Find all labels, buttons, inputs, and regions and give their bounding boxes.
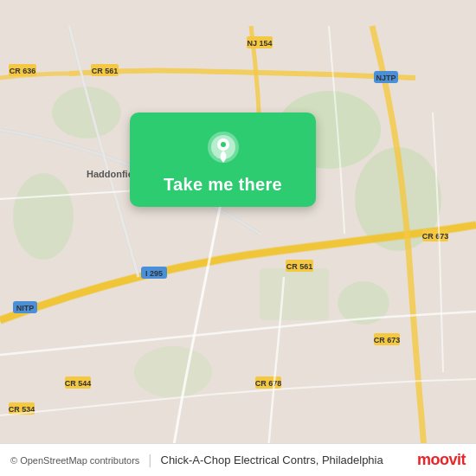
svg-text:CR 561: CR 561 bbox=[286, 262, 313, 271]
svg-text:NJTP: NJTP bbox=[376, 74, 396, 82]
action-card[interactable]: Take me there bbox=[130, 113, 316, 207]
location-name: Chick-A-Chop Electrical Contrs, Philadel… bbox=[161, 453, 383, 466]
bottom-bar: © OpenStreetMap contributors | Chick-A-C… bbox=[0, 443, 476, 476]
svg-text:CR 561: CR 561 bbox=[92, 67, 119, 75]
svg-text:CR 636: CR 636 bbox=[10, 67, 36, 75]
svg-rect-5 bbox=[260, 268, 329, 320]
location-pin-icon bbox=[204, 128, 242, 166]
svg-text:NITP: NITP bbox=[16, 304, 35, 312]
svg-point-6 bbox=[134, 346, 212, 398]
svg-text:CR 544: CR 544 bbox=[65, 379, 92, 388]
svg-text:I 295: I 295 bbox=[145, 269, 163, 278]
take-me-there-label: Take me there bbox=[164, 175, 282, 195]
map-container: I 295 CR 561 CR 561 NJ 154 CR 636 NJTP N… bbox=[0, 0, 476, 476]
svg-text:CR 673: CR 673 bbox=[374, 336, 401, 344]
svg-text:CR 673: CR 673 bbox=[422, 232, 449, 241]
svg-text:CR 678: CR 678 bbox=[255, 379, 282, 388]
map-svg: I 295 CR 561 CR 561 NJ 154 CR 636 NJTP N… bbox=[0, 0, 476, 476]
moovit-logo: moovit bbox=[417, 451, 466, 469]
osm-copyright: © OpenStreetMap contributors bbox=[10, 455, 139, 466]
svg-point-35 bbox=[221, 142, 226, 147]
moovit-text: moovit bbox=[417, 451, 466, 469]
svg-text:NJ 154: NJ 154 bbox=[247, 39, 272, 48]
svg-point-4 bbox=[13, 173, 74, 260]
bottom-left: © OpenStreetMap contributors | Chick-A-C… bbox=[10, 453, 383, 468]
